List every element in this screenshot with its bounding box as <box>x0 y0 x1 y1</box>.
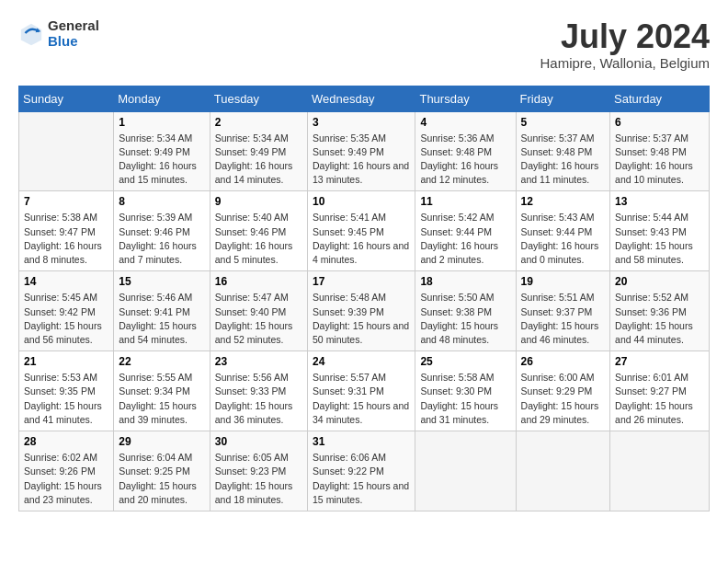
calendar-cell: 12 Sunrise: 5:43 AMSunset: 9:44 PMDaylig… <box>516 191 610 271</box>
calendar-cell: 28 Sunrise: 6:02 AMSunset: 9:26 PMDaylig… <box>19 431 114 511</box>
week-row: 7 Sunrise: 5:38 AMSunset: 9:47 PMDayligh… <box>19 191 710 271</box>
calendar-cell <box>19 111 114 191</box>
day-info: Sunrise: 6:05 AMSunset: 9:23 PMDaylight:… <box>215 452 293 505</box>
location: Hamipre, Wallonia, Belgium <box>540 55 710 71</box>
day-info: Sunrise: 6:01 AMSunset: 9:27 PMDaylight:… <box>615 372 693 425</box>
calendar-cell: 27 Sunrise: 6:01 AMSunset: 9:27 PMDaylig… <box>610 351 710 431</box>
calendar-cell: 2 Sunrise: 5:34 AMSunset: 9:49 PMDayligh… <box>210 111 307 191</box>
day-info: Sunrise: 6:04 AMSunset: 9:25 PMDaylight:… <box>119 452 197 505</box>
calendar-cell: 21 Sunrise: 5:53 AMSunset: 9:35 PMDaylig… <box>19 351 114 431</box>
calendar-cell: 16 Sunrise: 5:47 AMSunset: 9:40 PMDaylig… <box>210 271 307 351</box>
day-info: Sunrise: 5:39 AMSunset: 9:46 PMDaylight:… <box>119 212 197 265</box>
calendar-cell: 29 Sunrise: 6:04 AMSunset: 9:25 PMDaylig… <box>114 431 210 511</box>
header-row: SundayMondayTuesdayWednesdayThursdayFrid… <box>19 86 710 111</box>
day-info: Sunrise: 5:50 AMSunset: 9:38 PMDaylight:… <box>420 292 498 345</box>
calendar-cell: 1 Sunrise: 5:34 AMSunset: 9:49 PMDayligh… <box>114 111 210 191</box>
calendar-cell <box>610 431 710 511</box>
calendar-table: SundayMondayTuesdayWednesdayThursdayFrid… <box>18 86 710 511</box>
day-number: 30 <box>215 435 302 448</box>
day-number: 25 <box>420 355 510 368</box>
calendar-cell: 17 Sunrise: 5:48 AMSunset: 9:39 PMDaylig… <box>308 271 415 351</box>
day-info: Sunrise: 5:57 AMSunset: 9:31 PMDaylight:… <box>313 372 409 425</box>
calendar-cell: 14 Sunrise: 5:45 AMSunset: 9:42 PMDaylig… <box>19 271 114 351</box>
day-number: 18 <box>420 275 510 288</box>
month-title: July 2024 <box>540 18 710 55</box>
day-number: 2 <box>215 116 302 129</box>
day-number: 22 <box>119 355 204 368</box>
calendar-cell: 25 Sunrise: 5:58 AMSunset: 9:30 PMDaylig… <box>415 351 516 431</box>
calendar-cell: 4 Sunrise: 5:36 AMSunset: 9:48 PMDayligh… <box>415 111 516 191</box>
day-number: 4 <box>420 116 510 129</box>
calendar-cell: 11 Sunrise: 5:42 AMSunset: 9:44 PMDaylig… <box>415 191 516 271</box>
calendar-cell: 6 Sunrise: 5:37 AMSunset: 9:48 PMDayligh… <box>610 111 710 191</box>
calendar-cell: 30 Sunrise: 6:05 AMSunset: 9:23 PMDaylig… <box>210 431 307 511</box>
day-number: 27 <box>615 355 704 368</box>
day-info: Sunrise: 5:35 AMSunset: 9:49 PMDaylight:… <box>313 132 409 186</box>
day-info: Sunrise: 5:38 AMSunset: 9:47 PMDaylight:… <box>24 212 102 265</box>
day-info: Sunrise: 5:48 AMSunset: 9:39 PMDaylight:… <box>313 292 409 345</box>
week-row: 14 Sunrise: 5:45 AMSunset: 9:42 PMDaylig… <box>19 271 710 351</box>
calendar-cell <box>415 431 516 511</box>
calendar-cell: 9 Sunrise: 5:40 AMSunset: 9:46 PMDayligh… <box>210 191 307 271</box>
calendar-cell: 15 Sunrise: 5:46 AMSunset: 9:41 PMDaylig… <box>114 271 210 351</box>
day-number: 1 <box>119 116 204 129</box>
week-row: 28 Sunrise: 6:02 AMSunset: 9:26 PMDaylig… <box>19 431 710 511</box>
day-info: Sunrise: 5:43 AMSunset: 9:44 PMDaylight:… <box>521 212 599 265</box>
day-number: 16 <box>215 275 302 288</box>
day-info: Sunrise: 5:55 AMSunset: 9:34 PMDaylight:… <box>119 372 197 425</box>
day-info: Sunrise: 6:06 AMSunset: 9:22 PMDaylight:… <box>313 452 409 505</box>
column-header-saturday: Saturday <box>610 86 710 111</box>
calendar-cell: 13 Sunrise: 5:44 AMSunset: 9:43 PMDaylig… <box>610 191 710 271</box>
day-info: Sunrise: 5:51 AMSunset: 9:37 PMDaylight:… <box>521 292 599 345</box>
day-number: 10 <box>313 195 410 208</box>
day-info: Sunrise: 5:36 AMSunset: 9:48 PMDaylight:… <box>420 132 498 186</box>
day-info: Sunrise: 5:47 AMSunset: 9:40 PMDaylight:… <box>215 292 293 345</box>
day-number: 19 <box>521 275 606 288</box>
day-number: 17 <box>313 275 410 288</box>
calendar-cell: 19 Sunrise: 5:51 AMSunset: 9:37 PMDaylig… <box>516 271 610 351</box>
day-number: 24 <box>313 355 410 368</box>
day-number: 12 <box>521 195 606 208</box>
calendar-cell: 7 Sunrise: 5:38 AMSunset: 9:47 PMDayligh… <box>19 191 114 271</box>
day-number: 8 <box>119 195 204 208</box>
day-number: 6 <box>615 116 704 129</box>
week-row: 1 Sunrise: 5:34 AMSunset: 9:49 PMDayligh… <box>19 111 710 191</box>
day-info: Sunrise: 5:42 AMSunset: 9:44 PMDaylight:… <box>420 212 498 265</box>
day-info: Sunrise: 5:45 AMSunset: 9:42 PMDaylight:… <box>24 292 102 345</box>
day-info: Sunrise: 6:00 AMSunset: 9:29 PMDaylight:… <box>521 372 599 425</box>
day-number: 29 <box>119 435 204 448</box>
day-info: Sunrise: 5:34 AMSunset: 9:49 PMDaylight:… <box>215 132 293 186</box>
day-info: Sunrise: 5:44 AMSunset: 9:43 PMDaylight:… <box>615 212 693 265</box>
calendar-cell: 10 Sunrise: 5:41 AMSunset: 9:45 PMDaylig… <box>308 191 415 271</box>
logo: General Blue <box>18 18 99 49</box>
day-info: Sunrise: 5:37 AMSunset: 9:48 PMDaylight:… <box>615 132 693 186</box>
day-info: Sunrise: 5:41 AMSunset: 9:45 PMDaylight:… <box>313 212 409 265</box>
logo-general: General <box>48 18 99 34</box>
day-number: 14 <box>24 275 108 288</box>
logo-text: General Blue <box>48 18 99 49</box>
calendar-header: SundayMondayTuesdayWednesdayThursdayFrid… <box>19 86 710 111</box>
calendar-cell: 23 Sunrise: 5:56 AMSunset: 9:33 PMDaylig… <box>210 351 307 431</box>
day-number: 21 <box>24 355 108 368</box>
page-header: General Blue July 2024 Hamipre, Wallonia… <box>18 18 710 71</box>
logo-icon <box>18 21 44 47</box>
calendar-cell: 8 Sunrise: 5:39 AMSunset: 9:46 PMDayligh… <box>114 191 210 271</box>
column-header-monday: Monday <box>114 86 210 111</box>
day-info: Sunrise: 5:58 AMSunset: 9:30 PMDaylight:… <box>420 372 498 425</box>
day-info: Sunrise: 5:53 AMSunset: 9:35 PMDaylight:… <box>24 372 102 425</box>
week-row: 21 Sunrise: 5:53 AMSunset: 9:35 PMDaylig… <box>19 351 710 431</box>
calendar-cell: 24 Sunrise: 5:57 AMSunset: 9:31 PMDaylig… <box>308 351 415 431</box>
column-header-sunday: Sunday <box>19 86 114 111</box>
day-number: 15 <box>119 275 204 288</box>
logo-blue: Blue <box>48 34 99 50</box>
day-info: Sunrise: 6:02 AMSunset: 9:26 PMDaylight:… <box>24 452 102 505</box>
day-info: Sunrise: 5:37 AMSunset: 9:48 PMDaylight:… <box>521 132 599 186</box>
day-number: 9 <box>215 195 302 208</box>
day-number: 31 <box>313 435 410 448</box>
title-area: July 2024 Hamipre, Wallonia, Belgium <box>540 18 710 71</box>
day-number: 13 <box>615 195 704 208</box>
calendar-body: 1 Sunrise: 5:34 AMSunset: 9:49 PMDayligh… <box>19 111 710 511</box>
column-header-friday: Friday <box>516 86 610 111</box>
day-number: 26 <box>521 355 606 368</box>
column-header-tuesday: Tuesday <box>210 86 307 111</box>
